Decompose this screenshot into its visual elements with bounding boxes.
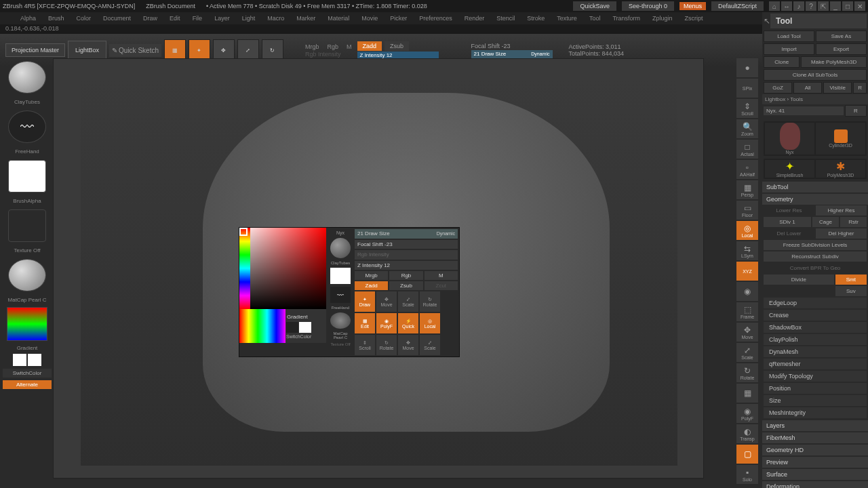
color-swatch-main[interactable]	[13, 354, 26, 366]
del-higher-button[interactable]: Del Higher	[816, 228, 867, 239]
mrgb-button[interactable]: Mrgb	[302, 43, 322, 50]
menu-item[interactable]: Stencil	[491, 14, 520, 23]
surface-header[interactable]: Surface	[762, 469, 868, 480]
tool-header[interactable]: Tool	[770, 14, 867, 28]
dynamesh-section[interactable]: DynaMesh	[764, 346, 867, 357]
suv-button[interactable]: Suv	[835, 286, 867, 296]
popup-move2-icon[interactable]: ✥Move	[398, 335, 418, 355]
rs-scroll[interactable]: ⇕Scroll	[736, 99, 758, 118]
menu-item[interactable]: Picker	[384, 14, 412, 23]
menu-item[interactable]: Render	[459, 14, 490, 23]
fibermesh-header[interactable]: FiberMesh	[762, 432, 868, 443]
menu-item[interactable]: Zscript	[679, 14, 709, 23]
popup-brush[interactable]: 〰	[330, 287, 351, 303]
m-button[interactable]: M	[344, 43, 355, 50]
menu-item[interactable]	[3, 17, 14, 20]
popup-zcut-button[interactable]: Zcut	[425, 281, 458, 290]
menu-item[interactable]: Material	[322, 14, 355, 23]
popup-focalshift-slider[interactable]: Focal Shift -23	[355, 240, 458, 249]
hue-strip[interactable]	[239, 228, 250, 309]
deformation-header[interactable]: Deformation	[762, 481, 868, 488]
menus-button[interactable]: Menus	[679, 2, 706, 10]
load-tool-button[interactable]: Load Tool	[764, 30, 814, 42]
rs-ghost-icon[interactable]: ▢	[736, 445, 758, 464]
alpha-preview[interactable]	[8, 160, 46, 192]
minimize-icon[interactable]: _	[830, 1, 841, 11]
position-section[interactable]: Position	[764, 383, 867, 394]
popup-mrgb-button[interactable]: Mrgb	[355, 271, 388, 280]
size-section[interactable]: Size	[764, 395, 867, 406]
freeze-button[interactable]: Freeze SubDivision Levels	[764, 240, 867, 250]
qremesher-section[interactable]: qRemesher	[764, 359, 867, 369]
geometryhd-header[interactable]: Geometry HD	[762, 445, 868, 455]
menu-item[interactable]: Texture	[551, 14, 583, 23]
arrow-icon[interactable]: ↔	[781, 1, 792, 11]
popup-move-icon[interactable]: ✥Move	[376, 291, 397, 312]
switchcolor-popup[interactable]: SwitchColor	[285, 333, 326, 340]
color-picker-mini[interactable]	[7, 307, 47, 341]
rs-xyz[interactable]: XYZ	[736, 262, 758, 281]
convert-bpr-button[interactable]: Convert BPR To Geo	[764, 263, 867, 273]
menu-item[interactable]: Tool	[584, 14, 606, 23]
popup-m-button[interactable]: M	[425, 271, 458, 280]
popup-zsub-button[interactable]: Zsub	[389, 281, 422, 290]
r-button-2[interactable]: R	[845, 105, 867, 117]
rs-local[interactable]: ◎Local	[736, 221, 758, 240]
r-button[interactable]: R	[853, 82, 867, 94]
meshintegrity-section[interactable]: MeshIntegrity	[764, 407, 867, 418]
color-marker[interactable]	[239, 228, 248, 236]
alternate-button[interactable]: Alternate	[3, 380, 52, 389]
popup-rgb-button[interactable]: Rgb	[389, 271, 422, 280]
grad-swatch-2[interactable]	[299, 322, 311, 333]
color-swatch-secondary[interactable]	[28, 354, 41, 366]
save-as-button[interactable]: Save As	[816, 30, 867, 42]
import-button[interactable]: Import	[764, 43, 814, 55]
reconstruct-button[interactable]: Reconstruct Subdiv	[764, 251, 867, 262]
rs-aahalf[interactable]: ▫AAHalf	[736, 160, 758, 179]
menu-item[interactable]: File	[187, 14, 208, 23]
menu-item[interactable]: Edit	[164, 14, 186, 23]
layers-header[interactable]: Layers	[762, 420, 868, 431]
maximize-icon[interactable]: □	[842, 1, 853, 11]
popup-quick-icon[interactable]: ⚡Quick	[398, 313, 418, 333]
draw-size-slider[interactable]: 21 Draw Size Dynamic	[471, 50, 553, 58]
seethrough-slider[interactable]: See-through 0	[622, 1, 674, 11]
crease-section[interactable]: Crease	[764, 310, 867, 321]
projection-master-button[interactable]: Projection Master	[5, 43, 65, 58]
rgb-button[interactable]: Rgb	[325, 43, 342, 50]
menu-item[interactable]: Color	[71, 14, 97, 23]
quick-sketch-button[interactable]: ✎ Quick Sketch	[109, 44, 161, 57]
popup-scroll-icon[interactable]: ⇕Scroll	[355, 335, 375, 355]
menu-item[interactable]: Document	[98, 14, 136, 23]
lightbox-tools[interactable]: Lightbox › Tools	[762, 94, 868, 104]
menu-item[interactable]: Light	[237, 14, 261, 23]
rs-move[interactable]: ✥Move	[736, 323, 758, 342]
rs-persp[interactable]: ▦Persp	[736, 180, 758, 199]
edgeloop-section[interactable]: EdgeLoop	[764, 298, 867, 308]
menu-item[interactable]: Zplugin	[647, 14, 678, 23]
geometry-header[interactable]: Geometry	[762, 194, 868, 205]
rs-actual[interactable]: □Actual	[736, 140, 758, 159]
subtool-header[interactable]: SubTool	[762, 182, 868, 192]
menu-item[interactable]: Preferences	[414, 14, 458, 23]
claypolish-section[interactable]: ClayPolish	[764, 334, 867, 345]
home-icon[interactable]: ⌂	[769, 1, 780, 11]
gradient-strip[interactable]	[239, 309, 285, 343]
popup-local-icon[interactable]: ◎Local	[420, 313, 440, 333]
rs-sphere-icon[interactable]: ●	[736, 58, 758, 77]
help-icon[interactable]: ?	[806, 1, 816, 11]
rs-frame[interactable]: ⬚Frame	[736, 302, 758, 321]
lightbox-button[interactable]: LightBox	[68, 41, 106, 60]
export-button[interactable]: Export	[816, 43, 867, 55]
popup-edit-icon[interactable]: ▦Edit	[355, 313, 375, 333]
sdiv-slider[interactable]: SDiv 1	[764, 217, 811, 227]
popup-scale2-icon[interactable]: ⤢Scale	[420, 335, 440, 355]
sound-icon[interactable]: ♪	[793, 1, 804, 11]
menu-item[interactable]: Layer	[209, 14, 235, 23]
quicksave-button[interactable]: QuickSave	[573, 1, 616, 11]
popup-draw-icon[interactable]: ✦Draw	[355, 291, 375, 312]
rs-blank[interactable]: ◉	[736, 282, 758, 301]
menu-item[interactable]: Movie	[356, 14, 383, 23]
popup-alpha[interactable]	[330, 268, 351, 284]
rs-polyf[interactable]: ◉PolyF	[736, 404, 758, 423]
